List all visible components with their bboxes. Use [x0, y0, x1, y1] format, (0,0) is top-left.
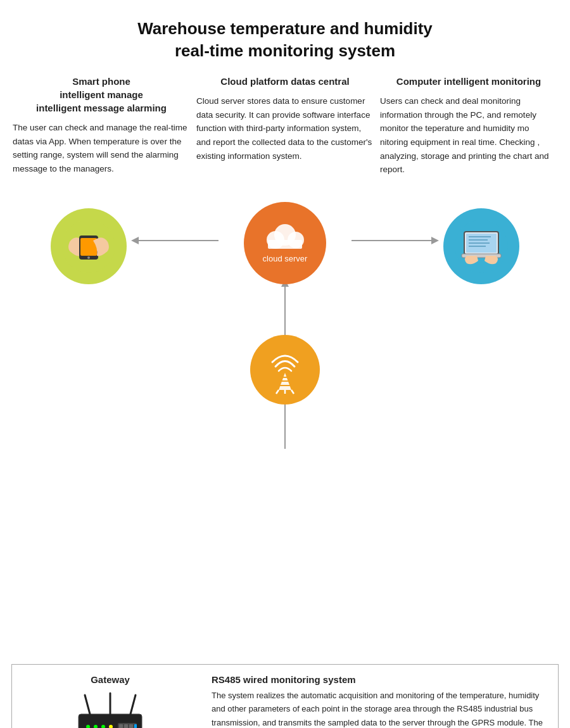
col-smartphone: Smart phone intelligent manage intellige… [13, 75, 190, 177]
rs485-title: RS485 wired monitoring system [212, 674, 548, 685]
phone-icon [60, 218, 117, 275]
cloud-server-circle: cloud server [244, 202, 326, 284]
svg-line-20 [276, 390, 279, 394]
svg-line-26 [130, 695, 136, 714]
gateway-label: Gateway [22, 674, 199, 685]
diagram-section: cloud server [0, 189, 570, 405]
col3-title: Computer intelligent monitoring [380, 75, 557, 88]
svg-line-24 [85, 695, 90, 714]
rs485-body: The system realizes the automatic acquis… [212, 689, 548, 728]
svg-rect-34 [129, 724, 133, 728]
col-cloud: Cloud platform datas central Cloud serve… [196, 75, 374, 177]
cloud-icon [263, 222, 307, 251]
col1-title: Smart phone intelligent manage intellige… [13, 75, 190, 115]
tower-icon [260, 344, 310, 395]
bottom-left: Gateway [22, 674, 199, 728]
router-area [22, 690, 199, 728]
computer-circle [443, 208, 519, 284]
cloud-label: cloud server [263, 254, 308, 263]
computer-icon [453, 218, 510, 275]
svg-rect-32 [119, 724, 123, 728]
phone-circle [51, 208, 127, 284]
bottom-right: RS485 wired monitoring system The system… [212, 674, 548, 728]
page-title: Warehouse temperature and humidity real-… [0, 0, 570, 75]
col2-title: Cloud platform datas central [196, 75, 374, 88]
tower-circle [250, 335, 320, 405]
svg-rect-35 [134, 724, 137, 728]
svg-line-21 [291, 390, 294, 394]
bottom-box: Gateway [11, 664, 559, 728]
arrow-right [352, 240, 434, 241]
col1-body: The user can check and manage the real-t… [13, 121, 190, 175]
col3-body: Users can check and deal monitoring info… [380, 94, 557, 177]
col2-body: Cloud server stores data to ensure custo… [196, 94, 374, 163]
svg-point-3 [87, 256, 90, 259]
col-computer: Computer intelligent monitoring Users ca… [380, 75, 557, 177]
router-icon [66, 690, 155, 728]
vertical-line-bottom [284, 405, 286, 449]
arrow-left [136, 240, 218, 241]
top-columns: Smart phone intelligent manage intellige… [0, 75, 570, 183]
svg-rect-7 [268, 240, 302, 249]
svg-rect-33 [124, 724, 128, 728]
vertical-line-top [284, 284, 286, 341]
